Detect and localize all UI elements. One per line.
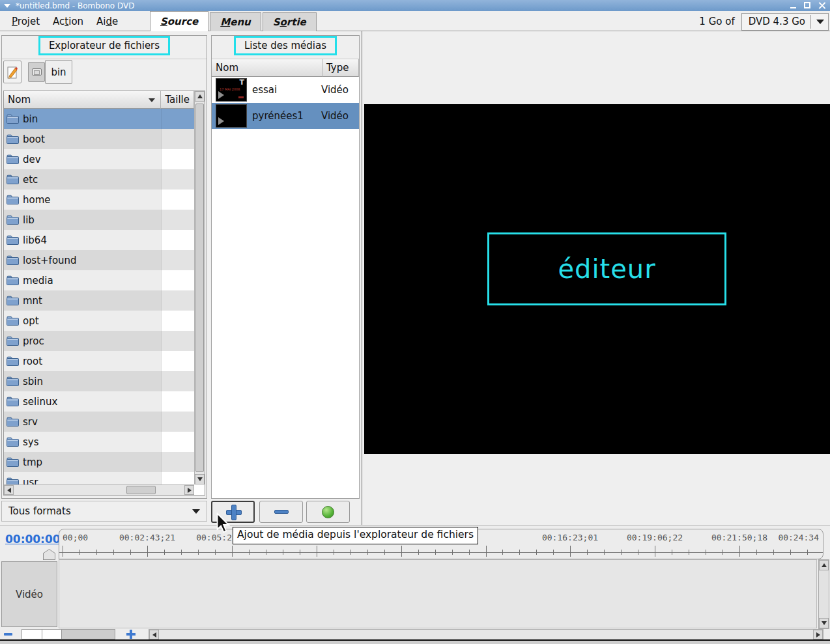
ruler-tick <box>587 550 588 555</box>
ruler-tick <box>790 550 791 555</box>
pencil-icon <box>7 65 18 79</box>
panel-splitter[interactable] <box>361 31 363 525</box>
ruler-tick <box>655 546 655 557</box>
scroll-right-button[interactable] <box>184 485 194 495</box>
ruler-tick <box>215 550 216 555</box>
ruler-tick <box>147 546 148 557</box>
file-row-selinux[interactable]: selinux <box>4 391 194 412</box>
file-size-cell <box>162 149 194 169</box>
zoom-slider-thumb[interactable] <box>61 629 115 639</box>
column-header-nom[interactable]: Nom <box>212 59 322 77</box>
ruler-time-label: 00;00 <box>63 533 88 542</box>
ruler-tick <box>621 550 622 555</box>
chevron-down-icon <box>816 20 824 24</box>
file-name: media <box>23 275 53 287</box>
menu-action[interactable]: Action <box>46 16 90 27</box>
path-segment-button[interactable]: bin <box>45 60 72 84</box>
file-row-boot[interactable]: boot <box>4 129 194 149</box>
scroll-down-button[interactable] <box>819 618 829 628</box>
file-row-proc[interactable]: proc <box>4 331 194 351</box>
file-row-root[interactable]: root <box>4 351 194 371</box>
media-type: Vidéo <box>321 84 359 96</box>
minimize-button[interactable] <box>790 2 797 9</box>
file-row-tmp[interactable]: tmp <box>4 452 194 472</box>
folder-icon <box>7 437 19 447</box>
root-path-button[interactable] <box>28 62 45 82</box>
folder-icon <box>7 336 19 346</box>
file-row-lib64[interactable]: lib64 <box>4 230 194 250</box>
file-row-opt[interactable]: opt <box>4 311 194 331</box>
disc-size-combobox[interactable]: DVD 4.3 Go <box>741 13 829 31</box>
zoom-cell[interactable] <box>42 629 62 639</box>
tab-sortie[interactable]: Sortie <box>263 12 317 31</box>
menu-projet[interactable]: Projet <box>5 16 46 27</box>
file-list-frame: Nom Taille binbootdevetchomeliblib64lost… <box>3 91 205 496</box>
timeline-vertical-scrollbar[interactable] <box>818 559 829 629</box>
column-header-nom[interactable]: Nom <box>4 91 161 109</box>
zoom-in-button[interactable] <box>126 630 136 639</box>
ruler-tick <box>367 550 368 555</box>
horizontal-scroll-thumb[interactable] <box>126 486 156 494</box>
file-row-usr[interactable]: usr <box>4 472 194 484</box>
media-row-essai[interactable]: T17 MAI 2008essaiVidéo <box>212 77 359 103</box>
ruler-tick <box>198 550 199 555</box>
file-size-cell <box>162 351 194 371</box>
vertical-scroll-thumb[interactable] <box>195 104 204 472</box>
capacity-area: 1 Go of DVD 4.3 Go <box>699 12 829 31</box>
scroll-left-button[interactable] <box>4 485 14 495</box>
edit-path-button[interactable] <box>3 61 21 83</box>
ruler-time-label: 00:19:06;22 <box>627 533 683 542</box>
zoom-cell[interactable] <box>21 629 42 639</box>
scroll-up-button[interactable] <box>819 560 829 570</box>
file-size-cell <box>162 270 194 290</box>
column-header-taille[interactable]: Taille <box>161 91 194 109</box>
zoom-out-button[interactable] <box>4 633 12 636</box>
menu-aide[interactable]: Aide <box>90 16 124 27</box>
ruler-tick <box>418 550 419 555</box>
column-header-type[interactable]: Type <box>322 59 359 77</box>
video-track-header[interactable]: Vidéo <box>1 561 57 627</box>
file-row-srv[interactable]: srv <box>4 412 194 432</box>
scroll-left-button[interactable] <box>149 630 159 639</box>
file-row-lib[interactable]: lib <box>4 210 194 230</box>
file-row-etc[interactable]: etc <box>4 169 194 189</box>
file-name: sbin <box>23 376 43 387</box>
remove-media-button[interactable] <box>259 501 303 523</box>
file-row-dev[interactable]: dev <box>4 149 194 169</box>
tab-menu[interactable]: Menu <box>210 12 261 31</box>
file-list-vertical-scrollbar[interactable] <box>194 91 205 484</box>
file-row-mnt[interactable]: mnt <box>4 290 194 311</box>
thumb-red-mark <box>238 96 244 98</box>
record-button[interactable] <box>306 501 350 523</box>
file-row-media[interactable]: media <box>4 270 194 290</box>
file-size-cell <box>162 290 194 311</box>
timeline-zoom-control <box>1 628 145 640</box>
ruler-tick <box>452 550 453 555</box>
file-list: binbootdevetchomeliblib64lost+foundmedia… <box>4 109 194 484</box>
scroll-up-button[interactable] <box>195 91 205 102</box>
file-row-home[interactable]: home <box>4 189 194 210</box>
scroll-down-button[interactable] <box>195 474 205 484</box>
titlebar[interactable]: *untitled.bmd - Bombono DVD <box>0 0 830 11</box>
ruler-tick <box>266 550 266 555</box>
timeline-horizontal-scrollbar[interactable] <box>149 629 823 640</box>
scroll-right-button[interactable] <box>813 630 823 639</box>
playhead-marker[interactable] <box>43 549 55 560</box>
media-row-pyrénées1[interactable]: pyrénées1Vidéo <box>212 103 359 129</box>
window-menu-icon[interactable] <box>4 4 10 8</box>
ruler-time-label: 00:16:23;01 <box>542 533 598 542</box>
file-size-cell <box>162 311 194 331</box>
file-row-lost+found[interactable]: lost+found <box>4 250 194 270</box>
format-filter-combobox[interactable]: Tous formats <box>1 501 207 522</box>
folder-icon <box>7 114 19 124</box>
file-size-cell <box>162 109 194 129</box>
video-track-lane[interactable] <box>59 559 817 628</box>
maximize-button[interactable] <box>804 2 812 9</box>
ruler-tick <box>689 550 689 555</box>
file-list-horizontal-scrollbar[interactable] <box>4 484 194 495</box>
file-row-bin[interactable]: bin <box>4 109 194 129</box>
tab-source[interactable]: Source <box>150 11 208 31</box>
file-row-sys[interactable]: sys <box>4 432 194 452</box>
file-row-sbin[interactable]: sbin <box>4 371 194 391</box>
close-button[interactable] <box>818 2 826 9</box>
